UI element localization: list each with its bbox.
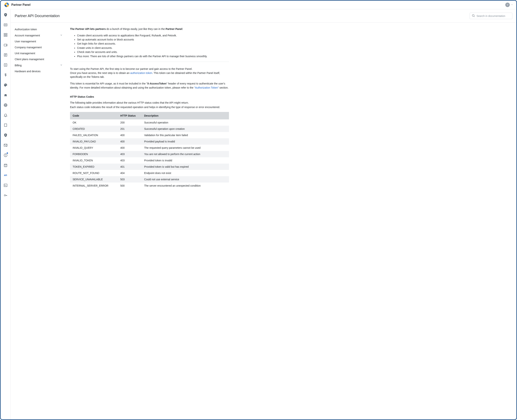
doc-nav-item[interactable]: Company management [15, 44, 64, 50]
chevron-down-icon [60, 64, 63, 67]
table-cell-desc: The server encountered an unexpected con… [142, 182, 229, 189]
table-cell-desc: Provided payload is invalid [142, 138, 229, 145]
status-th-http: HTTP Status [118, 112, 142, 119]
top-bar: Partner Panel V [0, 0, 517, 9]
rail-apps-icon[interactable] [2, 31, 9, 38]
doc-nav-item[interactable]: User management [15, 38, 64, 44]
svg-point-20 [5, 84, 6, 84]
svg-point-1 [6, 4, 7, 6]
rail-info-icon[interactable] [2, 152, 9, 158]
table-cell-desc: Provided token is valid but has expired [142, 164, 229, 170]
rail-api[interactable]: API [2, 172, 9, 179]
rail-shield-icon[interactable] [2, 12, 9, 18]
doc-nav-label: User management [15, 40, 36, 43]
intro-line: The Partner API lets partners do a bunch… [70, 27, 229, 31]
rail-news-icon[interactable] [2, 52, 9, 58]
user-menu[interactable]: V [505, 3, 513, 7]
rail-car-icon[interactable] [2, 92, 9, 98]
table-cell-desc: Could not use external service [142, 176, 229, 182]
table-cell-code: INVALID_QUERY [70, 145, 118, 151]
doc-nav: Authorization tokenAccount managementUse… [11, 23, 66, 420]
intro-bullet: Get login links for client accounts. [77, 42, 229, 46]
intro-bold-1: The Partner API lets partners [70, 28, 106, 30]
doc-nav-label: Hardware and devices [15, 70, 40, 73]
rail-terminal-icon[interactable] [2, 182, 9, 189]
authorization-token-link[interactable]: authorization token [130, 71, 152, 75]
doc-nav-label: Billing [15, 64, 22, 67]
table-cell-code: INVALID_PAYLOAD [70, 138, 118, 145]
start-para: To start using the Partner API, the firs… [70, 67, 229, 79]
doc-nav-item[interactable]: Client plans management [15, 56, 64, 62]
rail-shield-gear-icon[interactable] [2, 132, 9, 139]
svg-rect-44 [4, 184, 7, 187]
table-row: OK200Successful operation [70, 119, 229, 126]
rail-invoice-icon[interactable]: $ [2, 62, 9, 68]
search-box[interactable] [470, 13, 512, 19]
table-cell-http: 200 [118, 119, 142, 126]
svg-text:$: $ [5, 64, 6, 66]
page-title: Partner API Documentation [15, 14, 60, 18]
intro-bold-2: Partner Panel [165, 28, 182, 30]
table-cell-code: TOKEN_EXPIRED [70, 164, 118, 170]
start-line2a: Once you have access, the next step is t… [70, 71, 130, 75]
rail-mail-check-icon[interactable] [2, 142, 9, 149]
svg-rect-7 [4, 33, 5, 35]
rail-building-icon[interactable] [2, 122, 9, 128]
table-cell-desc: Endpoint does not exist [142, 170, 229, 176]
rail-wallet-icon[interactable] [2, 42, 9, 48]
rail-basketball-icon[interactable] [2, 102, 9, 108]
table-cell-http: 403 [118, 157, 142, 164]
rail-palette-icon[interactable] [2, 82, 9, 88]
intro-bullets: Create client accounts with access to ap… [70, 33, 229, 58]
svg-point-36 [5, 135, 6, 135]
chevron-down-icon [511, 3, 513, 6]
table-cell-http: 404 [118, 170, 142, 176]
search-icon [472, 14, 475, 18]
doc-nav-label: Client plans management [15, 58, 44, 61]
rail-dashboard-icon[interactable] [2, 22, 9, 28]
svg-point-19 [5, 84, 5, 85]
svg-rect-10 [6, 35, 7, 36]
rail-dollar-icon[interactable] [2, 72, 9, 78]
svg-point-12 [6, 45, 7, 45]
chevron-down-icon [60, 34, 63, 37]
table-cell-http: 401 [118, 164, 142, 170]
doc-nav-item[interactable]: Authorization token [15, 26, 64, 32]
authorization-token-section-link[interactable]: "Authorization Token" [194, 86, 219, 89]
doc-nav-item[interactable]: Hardware and devices [15, 68, 64, 74]
token-note-bold: X-AccessToken [147, 82, 166, 85]
status-heading: HTTP Status Codes [70, 95, 229, 98]
rail-key-icon[interactable] [2, 192, 9, 199]
doc-nav-label: Account management [15, 34, 40, 37]
doc-nav-label: Company management [15, 46, 42, 49]
svg-rect-25 [4, 124, 7, 127]
rail-bell-icon[interactable] [2, 112, 9, 119]
doc-nav-item[interactable]: Unit management [15, 50, 64, 56]
table-row: CREATED201Successful operation upon crea… [70, 126, 229, 132]
intro-bullet: Set up automatic account locks or block … [77, 38, 229, 42]
table-row: TOKEN_EXPIRED401Provided token is valid … [70, 164, 229, 170]
table-cell-http: 400 [118, 138, 142, 145]
intro-bullet: Plus more: There are lots of other thing… [77, 54, 229, 58]
rail-calendar-icon[interactable]: 21 [2, 162, 9, 169]
table-cell-desc: Validation for this particular item fail… [142, 132, 229, 138]
doc-nav-item[interactable]: Billing [15, 62, 64, 68]
svg-point-21 [6, 84, 6, 85]
doc-nav-item[interactable]: Account management [15, 32, 64, 38]
token-note-c: section. [219, 86, 228, 89]
table-row: INVALID_QUERY400The requested query para… [70, 145, 229, 151]
brand-logo-icon [4, 2, 9, 8]
table-cell-desc: The requested query parameters cannot be… [142, 145, 229, 151]
table-row: INVALID_TOKEN403Provided token is invali… [70, 157, 229, 164]
search-input[interactable] [477, 15, 510, 17]
table-cell-code: ROUTE_NOT_FOUND [70, 170, 118, 176]
intro-bullet: Create units in client accounts. [77, 46, 229, 50]
status-desc1: The following table provides information… [70, 101, 229, 105]
icon-rail: $ 21 API [0, 9, 11, 420]
status-th-code: Code [70, 112, 118, 119]
table-cell-http: 400 [118, 145, 142, 151]
table-row: INVALID_PAYLOAD400Provided payload is in… [70, 138, 229, 145]
start-line1: To start using the Partner API, the firs… [70, 68, 192, 70]
intro-bullet: Check stats for accounts and units. [77, 50, 229, 54]
brand-title: Partner Panel [11, 3, 30, 7]
